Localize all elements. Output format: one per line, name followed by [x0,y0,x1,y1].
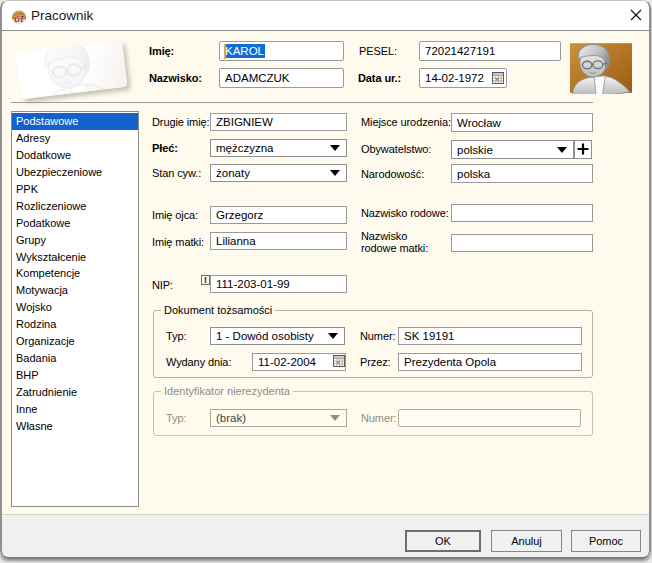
svg-text:GT: GT [14,15,25,24]
